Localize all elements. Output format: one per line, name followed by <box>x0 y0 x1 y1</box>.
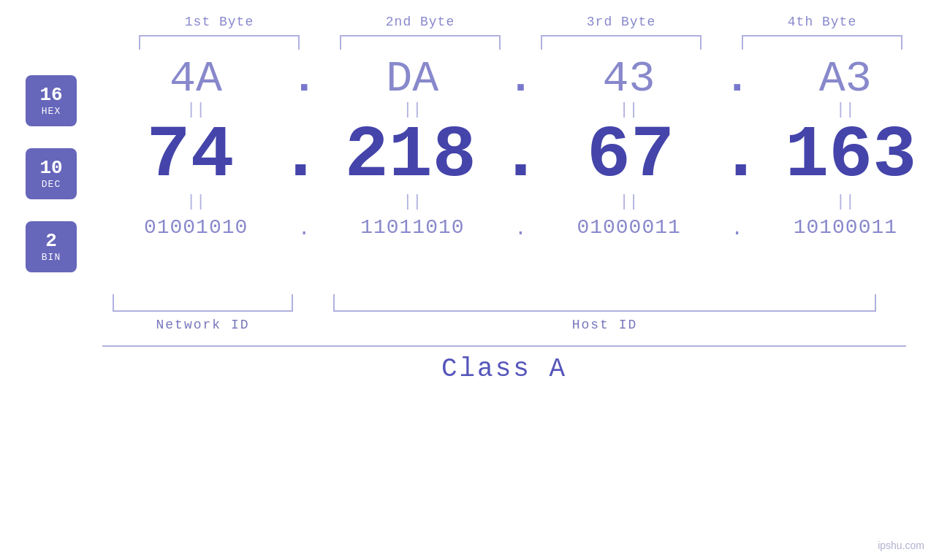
dot-bin-3: . <box>723 212 752 243</box>
network-id-label: Network ID <box>102 318 303 332</box>
bin-value-1: 01001010 <box>144 209 248 242</box>
hex-cell-4: A3 <box>752 57 939 101</box>
main-container: 1st Byte 2nd Byte 3rd Byte 4th Byte 16 H… <box>0 0 939 560</box>
bin-cell-1: 01001010 <box>102 218 289 238</box>
bottom-section: Network ID Host ID Class A <box>0 294 939 384</box>
hex-badge-number: 16 <box>39 85 62 106</box>
byte-label-2: 2nd Byte <box>320 15 521 29</box>
dec-cell-2: 218 <box>322 120 498 193</box>
bin-badge: 2 BIN <box>26 221 77 272</box>
hex-row: 4A . DA . 43 . A3 <box>102 57 939 101</box>
hex-value-4: A3 <box>819 47 872 107</box>
dot-hex-1: . <box>289 57 319 101</box>
dec-cell-1: 74 <box>102 120 278 193</box>
bin-value-3: 01000011 <box>577 209 680 242</box>
byte-label-3: 3rd Byte <box>521 15 722 29</box>
bin-cell-3: 01000011 <box>536 218 723 238</box>
hex-value-2: DA <box>386 47 438 107</box>
dec-cell-4: 163 <box>763 120 939 193</box>
byte-labels-row: 1st Byte 2nd Byte 3rd Byte 4th Byte <box>119 15 923 29</box>
dot-bin-2: . <box>506 212 536 243</box>
rows-area: 4A . DA . 43 . A3 || || <box>102 57 939 291</box>
dot-hex-3: . <box>723 57 752 101</box>
bin-value-2: 11011010 <box>360 209 464 242</box>
dec-value-4: 163 <box>785 107 916 201</box>
dot-hex-2: . <box>506 57 536 101</box>
dec-value-1: 74 <box>147 107 235 201</box>
hex-badge: 16 HEX <box>26 75 77 126</box>
dec-badge-number: 10 <box>39 158 62 179</box>
dot-bin-1: . <box>289 212 319 243</box>
hex-cell-1: 4A <box>102 57 289 101</box>
content-area: 16 HEX 10 DEC 2 BIN 4A . DA <box>0 57 939 291</box>
bin-value-4: 10100011 <box>794 209 897 242</box>
dec-row: 74 . 218 . 67 . 163 <box>102 120 939 193</box>
bottom-bracket-network <box>102 294 303 312</box>
bin-cell-2: 11011010 <box>319 218 506 238</box>
bottom-bracket-host <box>303 294 906 312</box>
byte-label-1: 1st Byte <box>119 15 320 29</box>
class-a-label: Class A <box>102 354 906 384</box>
bin-cell-4: 10100011 <box>752 218 939 238</box>
dot-dec-3: . <box>719 120 763 193</box>
hex-badge-label: HEX <box>42 106 61 117</box>
class-row: Class A <box>102 345 906 384</box>
dec-value-3: 67 <box>587 107 674 201</box>
top-bracket-row <box>119 35 923 50</box>
dec-value-2: 218 <box>345 107 476 201</box>
class-bracket-line <box>102 345 906 347</box>
dec-badge: 10 DEC <box>26 148 77 199</box>
badges-column: 16 HEX 10 DEC 2 BIN <box>0 57 102 291</box>
bin-badge-label: BIN <box>42 252 61 263</box>
hex-value-1: 4A <box>170 47 222 107</box>
hex-value-3: 43 <box>603 47 655 107</box>
bin-row: 01001010 . 11011010 . 01000011 . 1010001… <box>102 212 939 243</box>
bottom-labels-row: Network ID Host ID <box>102 318 906 332</box>
hex-cell-3: 43 <box>536 57 723 101</box>
hex-cell-2: DA <box>319 57 506 101</box>
host-id-label: Host ID <box>303 318 906 332</box>
dec-badge-label: DEC <box>42 179 61 190</box>
dot-dec-2: . <box>498 120 542 193</box>
bottom-brackets-row <box>102 294 906 312</box>
dec-cell-3: 67 <box>543 120 719 193</box>
watermark: ipshu.com <box>878 540 924 551</box>
dot-dec-1: . <box>278 120 322 193</box>
bin-badge-number: 2 <box>45 231 57 252</box>
byte-label-4: 4th Byte <box>722 15 923 29</box>
